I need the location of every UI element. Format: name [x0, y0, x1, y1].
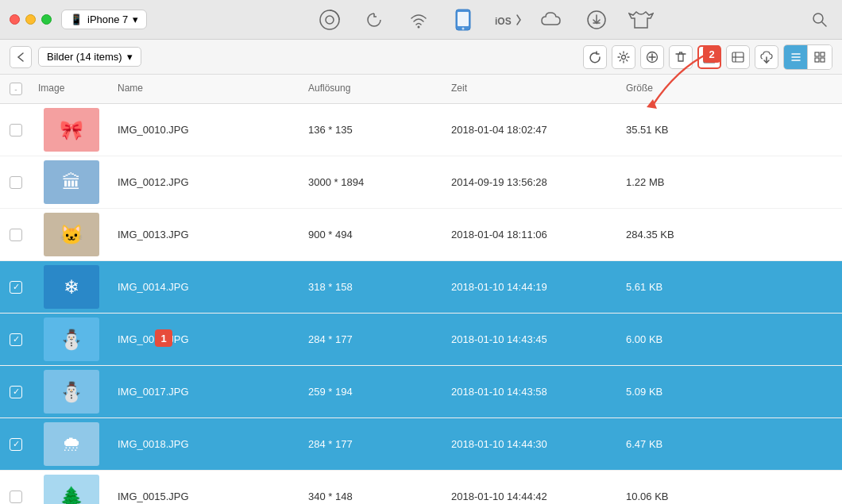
- row-time: 2018-01-10 14:44:19: [445, 278, 620, 296]
- view-toggle: [783, 44, 832, 70]
- svg-rect-30: [821, 58, 825, 62]
- row-thumbnail: 🏛: [32, 157, 111, 207]
- row-name: IMG_0017.JPG: [111, 383, 302, 401]
- header-size: Größe: [620, 79, 842, 98]
- table-row[interactable]: ✓⛄IMG_0017.JPG259 * 1942018-01-10 14:43:…: [0, 366, 842, 418]
- row-thumbnail: 🐱: [32, 210, 111, 260]
- folder-toolbar: Bilder (14 items) ▾: [0, 40, 842, 75]
- history-icon-btn[interactable]: [360, 6, 388, 34]
- row-resolution: 284 * 177: [302, 330, 445, 348]
- header-time: Zeit: [445, 79, 620, 98]
- svg-point-5: [462, 27, 464, 29]
- row-time: 2014-09-19 13:56:28: [445, 173, 620, 191]
- file-table: - Image Name Auflösung Zeit Größe 🎀IMG_0…: [0, 75, 842, 504]
- table-row[interactable]: 🌲IMG_0015.JPG340 * 1482018-01-10 14:44:4…: [0, 471, 842, 504]
- svg-line-10: [822, 22, 826, 26]
- row-name: IMG_0010.JPG: [111, 121, 302, 139]
- export-button[interactable]: [697, 45, 721, 69]
- row-size: 6.00 KB: [620, 330, 842, 348]
- row-checkbox[interactable]: [0, 491, 32, 503]
- ios-icon-btn[interactable]: iOS: [493, 6, 522, 34]
- row-name: IMG_0013.JPG: [111, 225, 302, 244]
- list-view-button[interactable]: [784, 45, 808, 69]
- svg-point-9: [813, 13, 823, 23]
- svg-point-11: [622, 55, 626, 59]
- row-resolution: 340 * 148: [302, 487, 445, 504]
- table-header: - Image Name Auflösung Zeit Größe: [0, 75, 842, 104]
- row-checkbox[interactable]: ✓: [0, 281, 32, 294]
- row-checkbox[interactable]: ✓: [0, 438, 32, 451]
- delete-button[interactable]: [669, 45, 693, 69]
- row-name: IMG_0016.JPG: [111, 330, 302, 348]
- wifi-icon-btn[interactable]: [404, 6, 433, 34]
- svg-point-1: [326, 16, 334, 24]
- row-size: 6.47 KB: [620, 435, 842, 453]
- row-resolution: 136 * 135: [302, 121, 445, 139]
- svg-point-2: [417, 25, 419, 28]
- row-time: 2018-01-10 14:44:30: [445, 435, 620, 453]
- table-body: 🎀IMG_0010.JPG136 * 1352018-01-04 18:02:4…: [0, 104, 842, 504]
- upload-button[interactable]: [755, 45, 778, 69]
- add-button[interactable]: [640, 45, 664, 69]
- tshirt-icon-btn[interactable]: [627, 6, 655, 34]
- row-resolution: 3000 * 1894: [302, 173, 445, 191]
- table-row[interactable]: 🏛IMG_0012.JPG3000 * 18942014-09-19 13:56…: [0, 156, 842, 209]
- svg-rect-29: [815, 58, 819, 62]
- row-size: 10.06 KB: [620, 487, 842, 504]
- svg-text:iOS: iOS: [495, 16, 512, 27]
- back-button[interactable]: [10, 46, 32, 68]
- row-checkbox[interactable]: [0, 229, 32, 241]
- table-row[interactable]: 🐱IMG_0013.JPG900 * 4942018-01-04 18:11:0…: [0, 209, 842, 261]
- music-icon-btn[interactable]: [315, 6, 344, 34]
- row-checkbox[interactable]: [0, 124, 32, 137]
- chevron-down-icon: ▾: [127, 51, 133, 63]
- chevron-down-icon: ▾: [133, 13, 138, 25]
- table-row[interactable]: 🎀IMG_0010.JPG136 * 1352018-01-04 18:02:4…: [0, 104, 842, 156]
- row-thumbnail: 🎀: [32, 105, 111, 155]
- row-thumbnail: ⛄: [32, 367, 111, 417]
- table-row[interactable]: ✓🌨IMG_0018.JPG284 * 1772018-01-10 14:44:…: [0, 418, 842, 471]
- toolbar-actions: [583, 44, 832, 70]
- search-button[interactable]: [807, 7, 832, 33]
- row-time: 2018-01-10 14:43:58: [445, 383, 620, 401]
- folder-selector[interactable]: Bilder (14 items) ▾: [38, 47, 141, 67]
- row-time: 2018-01-10 14:43:45: [445, 330, 620, 348]
- row-size: 1.22 MB: [620, 173, 842, 191]
- row-resolution: 318 * 158: [302, 278, 445, 296]
- row-resolution: 284 * 177: [302, 435, 445, 453]
- header-image: Image: [32, 79, 111, 98]
- table-row[interactable]: ✓⛄IMG_0016.JPG284 * 1772018-01-10 14:43:…: [0, 314, 842, 366]
- row-name: IMG_0018.JPG: [111, 435, 302, 453]
- row-thumbnail: 🌲: [32, 471, 111, 504]
- table-row[interactable]: ✓❄IMG_0014.JPG318 * 1582018-01-10 14:44:…: [0, 261, 842, 314]
- row-size: 35.51 KB: [620, 121, 842, 139]
- iphone-icon-btn[interactable]: [449, 6, 477, 34]
- maximize-button[interactable]: [41, 14, 52, 25]
- row-time: 2018-01-10 14:44:42: [445, 487, 620, 504]
- row-thumbnail: 🌨: [32, 419, 111, 469]
- row-checkbox[interactable]: ✓: [0, 333, 32, 346]
- row-checkbox[interactable]: ✓: [0, 386, 32, 398]
- close-button[interactable]: [10, 14, 20, 25]
- device-selector[interactable]: 📱 iPhone 7 ▾: [61, 10, 147, 29]
- folder-label: Bilder (14 items): [47, 51, 122, 63]
- download-icon-btn[interactable]: [582, 6, 611, 34]
- svg-rect-27: [815, 52, 819, 56]
- settings-button[interactable]: [612, 45, 635, 69]
- cut-button[interactable]: [726, 45, 750, 69]
- row-resolution: 900 * 494: [302, 225, 445, 244]
- header-name: Name: [111, 79, 302, 98]
- refresh-button[interactable]: [583, 45, 607, 69]
- header-resolution: Auflösung: [302, 79, 445, 98]
- cloud-icon-btn[interactable]: [538, 6, 566, 34]
- row-thumbnail: ❄: [32, 262, 111, 312]
- row-name: IMG_0012.JPG: [111, 173, 302, 191]
- row-size: 5.09 KB: [620, 383, 842, 401]
- row-checkbox[interactable]: [0, 176, 32, 189]
- row-time: 2018-01-04 18:11:06: [445, 225, 620, 244]
- minimize-button[interactable]: [25, 14, 36, 25]
- row-name: IMG_0015.JPG: [111, 487, 302, 504]
- device-name-label: iPhone 7: [87, 13, 128, 25]
- grid-view-button[interactable]: [808, 45, 832, 69]
- svg-rect-18: [704, 58, 715, 63]
